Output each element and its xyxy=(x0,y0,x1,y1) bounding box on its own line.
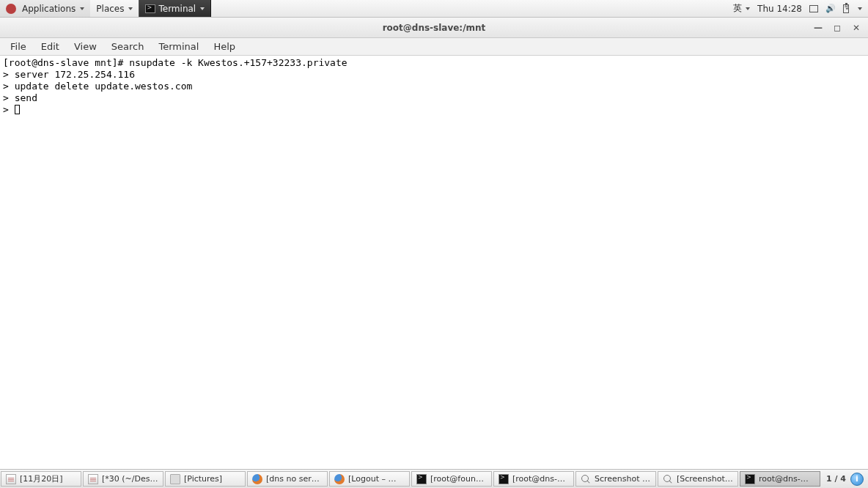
taskbar-item-label: [dns no ser… xyxy=(266,474,320,484)
taskbar-item[interactable]: [Pictures] xyxy=(165,471,246,487)
text-cursor xyxy=(15,105,20,114)
gnome-bottom-panel: [11月20日][*30 (~/Des…[Pictures][dns no se… xyxy=(0,469,868,488)
menu-edit[interactable]: Edit xyxy=(34,39,67,54)
taskbar: [11月20日][*30 (~/Des…[Pictures][dns no se… xyxy=(0,470,821,488)
term-icon xyxy=(745,474,755,484)
taskbar-item-label: [root@dns-… xyxy=(512,474,565,484)
distro-icon xyxy=(6,4,16,14)
menu-help[interactable]: Help xyxy=(206,39,243,54)
terminal-output[interactable]: [root@dns-slave mnt]# nsupdate -k Kwesto… xyxy=(0,56,868,469)
sound-icon[interactable] xyxy=(825,4,836,13)
firefox-icon xyxy=(252,474,262,484)
taskbar-item[interactable]: [11月20日] xyxy=(1,471,81,487)
term-line: > update delete update.westos.com xyxy=(3,81,192,92)
taskbar-item-label: [*30 (~/Des… xyxy=(102,474,158,484)
maximize-button[interactable]: ◻ xyxy=(833,23,842,32)
term-line: > server 172.25.254.116 xyxy=(3,69,135,80)
gedit-icon xyxy=(88,474,98,484)
menu-search[interactable]: Search xyxy=(104,39,152,54)
menu-view[interactable]: View xyxy=(67,39,104,54)
taskbar-item[interactable]: [root@foun… xyxy=(411,471,492,487)
gnome-top-panel: Applications Places Terminal 英 Thu 14:28 xyxy=(0,0,868,18)
taskbar-item-label: Screenshot … xyxy=(595,474,650,484)
window-titlebar[interactable]: root@dns-slave:/mnt — ◻ ✕ xyxy=(0,18,868,38)
window-title: root@dns-slave:/mnt xyxy=(0,23,868,33)
top-task-terminal-label: Terminal xyxy=(158,4,196,14)
search-icon xyxy=(581,474,591,484)
taskbar-item-label: [Logout – … xyxy=(348,474,396,484)
battery-icon[interactable] xyxy=(843,4,849,13)
term-line: [root@dns-slave mnt]# nsupdate -k Kwesto… xyxy=(3,57,347,68)
menu-terminal[interactable]: Terminal xyxy=(151,39,206,54)
taskbar-item-label: [root@foun… xyxy=(430,474,484,484)
minimize-button[interactable]: — xyxy=(814,23,823,32)
ime-indicator[interactable]: 英 xyxy=(733,2,750,15)
firefox-icon xyxy=(334,474,345,484)
taskbar-item-label: [11月20日] xyxy=(20,473,63,484)
top-spacer xyxy=(211,0,727,17)
taskbar-item[interactable]: [*30 (~/Des… xyxy=(83,471,163,487)
top-task-terminal[interactable]: Terminal xyxy=(139,0,211,17)
taskbar-item[interactable]: [Logout – … xyxy=(329,471,410,487)
show-desktop-button[interactable]: i xyxy=(850,473,864,486)
accessibility-icon[interactable] xyxy=(809,5,818,12)
terminal-window: root@dns-slave:/mnt — ◻ ✕ File Edit View… xyxy=(0,18,868,469)
taskbar-item[interactable]: root@dns-… xyxy=(740,471,820,487)
term-icon xyxy=(416,474,427,484)
system-tray: 英 Thu 14:28 xyxy=(727,0,868,17)
applications-menu[interactable]: Applications xyxy=(0,0,90,17)
chevron-down-icon xyxy=(80,7,84,10)
bottom-right: 1 / 4 i xyxy=(822,470,868,488)
search-icon xyxy=(663,474,673,484)
chevron-down-icon xyxy=(746,7,750,10)
term-line: > send xyxy=(3,92,37,103)
chevron-down-icon xyxy=(128,7,133,10)
places-label: Places xyxy=(96,4,124,14)
clock[interactable]: Thu 14:28 xyxy=(757,4,802,14)
taskbar-item-label: [Screenshot… xyxy=(677,474,733,484)
applications-label: Applications xyxy=(22,4,76,14)
term-icon xyxy=(499,474,509,484)
window-buttons: — ◻ ✕ xyxy=(806,23,868,32)
taskbar-item[interactable]: [dns no ser… xyxy=(247,471,328,487)
ime-label: 英 xyxy=(733,2,742,15)
gedit-icon xyxy=(6,474,16,484)
folder-icon xyxy=(170,474,180,484)
chevron-down-icon xyxy=(200,7,205,10)
taskbar-item[interactable]: [Screenshot… xyxy=(658,471,738,487)
terminal-icon xyxy=(145,4,155,13)
taskbar-item-label: root@dns-… xyxy=(759,474,809,484)
term-line: > xyxy=(3,104,15,115)
taskbar-item-label: [Pictures] xyxy=(184,474,222,484)
workspace-indicator[interactable]: 1 / 4 xyxy=(826,474,846,484)
close-button[interactable]: ✕ xyxy=(852,23,861,32)
chevron-down-icon[interactable] xyxy=(858,7,862,10)
taskbar-item[interactable]: Screenshot … xyxy=(575,471,656,487)
places-menu[interactable]: Places xyxy=(90,0,139,17)
terminal-menubar: File Edit View Search Terminal Help xyxy=(0,38,868,56)
menu-file[interactable]: File xyxy=(3,39,34,54)
taskbar-item[interactable]: [root@dns-… xyxy=(493,471,574,487)
